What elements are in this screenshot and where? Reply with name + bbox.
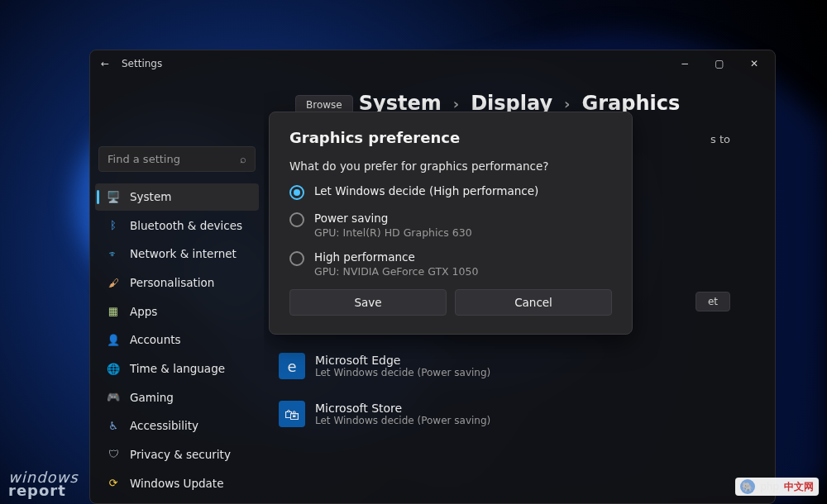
elephant-icon: 🐘 [740,479,755,494]
sidebar-item-privacy-icon: 🛡 [107,448,120,461]
sidebar-item-apps[interactable]: ▦Apps [95,297,259,325]
search-icon: ⌕ [240,153,246,165]
sidebar-item-bluetooth[interactable]: ᛒBluetooth & devices [95,212,259,240]
app-sublabel: Let Windows decide (Power saving) [315,415,490,426]
sidebar-item-accounts[interactable]: 👤Accounts [95,326,259,354]
sidebar-item-network-icon: ᯤ [107,247,120,260]
reset-button-partial[interactable]: et [696,292,730,311]
watermark-php-cn: 🐘 php 中文网 [735,478,819,496]
watermark-windowsreport: windowsreport [8,471,79,497]
minimize-button[interactable]: − [667,51,702,76]
option-label: Power saving [314,212,472,225]
sidebar-item-personalisation-icon: 🖌 [107,276,120,289]
app-row-store[interactable]: 🛍Microsoft StoreLet Windows decide (Powe… [274,394,758,434]
option-power-saving[interactable]: Power savingGPU: Intel(R) HD Graphics 63… [289,212,612,239]
option-label: Let Windows decide (High performance) [314,184,538,197]
sidebar-nav: 🖥️SystemᛒBluetooth & devicesᯤNetwork & i… [95,183,259,497]
radio-icon [289,251,304,266]
dialog-question: What do you prefer for graphics performa… [289,159,612,173]
sidebar-item-accessibility[interactable]: ♿Accessibility [95,412,259,440]
sidebar-item-time-language[interactable]: 🌐Time & language [95,355,259,383]
cancel-button[interactable]: Cancel [455,289,612,316]
dialog-title: Graphics preference [289,129,612,146]
close-button[interactable]: ✕ [737,51,772,76]
titlebar: ← Settings − ▢ ✕ [90,50,775,77]
titlebar-left: ← Settings [98,57,162,70]
search-input[interactable]: Find a setting ⌕ [98,146,256,172]
option-let-windows-decide[interactable]: Let Windows decide (High performance) [289,184,612,200]
app-list: eMicrosoft EdgeLet Windows decide (Power… [274,346,758,434]
sidebar-item-accounts-icon: 👤 [107,333,120,346]
background-text-fragment: s to [710,133,730,145]
sidebar-item-personalisation[interactable]: 🖌Personalisation [95,269,259,297]
sidebar: Find a setting ⌕ 🖥️SystemᛒBluetooth & de… [90,77,264,503]
sidebar-item-update-icon: ⟳ [107,477,120,490]
sidebar-item-time-language-icon: 🌐 [107,362,120,375]
app-name: Microsoft Store [315,402,490,415]
option-high-performance[interactable]: High performanceGPU: NVIDIA GeForce GTX … [289,250,612,278]
app-icon: 🛍 [279,401,305,427]
radio-icon [289,185,304,200]
sidebar-item-bluetooth-icon: ᛒ [107,219,120,232]
sidebar-item-label: Privacy & security [130,448,231,461]
sidebar-item-privacy[interactable]: 🛡Privacy & security [95,441,259,468]
settings-window: ← Settings − ▢ ✕ Find a setting ⌕ 🖥️Syst… [89,50,776,504]
maximize-button[interactable]: ▢ [702,51,737,76]
chevron-right-icon: › [564,95,570,112]
option-label: High performance [314,250,478,264]
radio-icon [289,212,304,227]
sidebar-item-label: Apps [130,305,157,318]
sidebar-item-apps-icon: ▦ [107,305,120,318]
sidebar-item-accessibility-icon: ♿ [107,419,120,432]
sidebar-item-system-icon: 🖥️ [107,190,120,203]
sidebar-item-network[interactable]: ᯤNetwork & internet [95,240,259,268]
sidebar-item-label: Network & internet [130,247,237,260]
sidebar-item-gaming-icon: 🎮 [107,391,120,404]
option-sublabel: GPU: Intel(R) HD Graphics 630 [314,226,472,239]
sidebar-item-label: Bluetooth & devices [130,219,242,232]
sidebar-item-label: Windows Update [130,477,223,490]
save-button[interactable]: Save [289,289,447,316]
option-sublabel: GPU: NVIDIA GeForce GTX 1050 [314,265,478,278]
dialog-actions: Save Cancel [289,289,612,316]
sidebar-item-label: Personalisation [130,276,214,289]
app-name: Microsoft Edge [315,354,490,367]
search-placeholder: Find a setting [108,153,180,165]
sidebar-item-label: System [130,190,171,203]
sidebar-item-gaming[interactable]: 🎮Gaming [95,383,259,411]
graphics-preference-dialog: Graphics preference What do you prefer f… [269,112,633,335]
chevron-right-icon: › [453,95,459,112]
app-sublabel: Let Windows decide (Power saving) [315,367,490,378]
sidebar-item-label: Gaming [130,391,174,404]
main-content: System › Display › Graphics Browse s to … [264,77,775,503]
sidebar-item-update[interactable]: ⟳Windows Update [95,469,259,497]
window-title: Settings [122,58,162,69]
sidebar-item-label: Accessibility [130,419,198,432]
dialog-options: Let Windows decide (High performance)Pow… [289,184,612,278]
app-row-edge[interactable]: eMicrosoft EdgeLet Windows decide (Power… [274,346,758,386]
app-icon: e [279,353,305,379]
titlebar-controls: − ▢ ✕ [667,51,772,76]
sidebar-item-label: Accounts [130,333,181,346]
sidebar-item-system[interactable]: 🖥️System [95,183,259,211]
sidebar-item-label: Time & language [130,362,225,375]
back-button[interactable]: ← [98,57,112,70]
